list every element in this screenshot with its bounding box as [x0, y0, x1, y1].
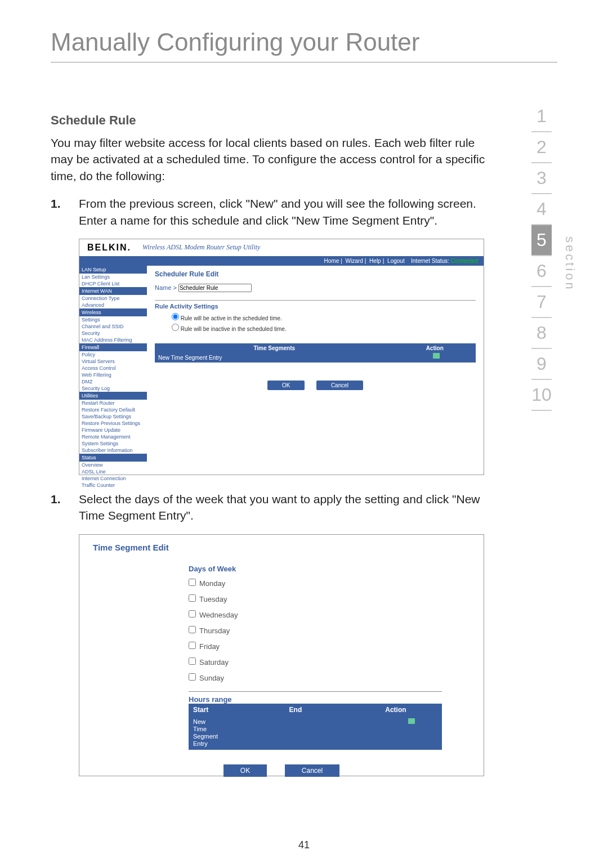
cancel-button[interactable]: Cancel [285, 764, 339, 777]
nav-logout[interactable]: Logout [387, 258, 405, 264]
intro-paragraph: You may filter website access for local … [51, 135, 490, 184]
utility-title: Wireless ADSL Modem Router Setup Utility [142, 243, 260, 252]
sidebar-item[interactable]: Advanced [79, 302, 147, 308]
sidebar-item[interactable]: Firmware Update [79, 427, 147, 433]
edit-icon[interactable] [433, 353, 440, 359]
section-1[interactable]: 1 [531, 101, 552, 132]
day-label: Saturday [199, 658, 229, 666]
section-8[interactable]: 8 [531, 318, 552, 349]
section-6[interactable]: 6 [531, 256, 552, 287]
new-time-segment-entry-link[interactable]: New Time Segment Entry [189, 716, 285, 750]
sidebar-header: Firewall [79, 343, 147, 351]
nav-home[interactable]: Home [324, 258, 339, 264]
step-2: Select the days of the week that you wan… [51, 491, 490, 524]
section-2[interactable]: 2 [531, 132, 552, 163]
section-4[interactable]: 4 [531, 194, 552, 225]
sidebar-item[interactable]: Virtual Servers [79, 358, 147, 365]
col-end: End [285, 704, 381, 716]
internet-status-value: Connected [451, 258, 478, 264]
sidebar: LAN SetupLan SettingsDHCP Client ListInt… [79, 266, 147, 489]
new-time-segment-entry-link[interactable]: New Time Segment Entry [155, 353, 397, 363]
col-start: Start [189, 704, 285, 716]
sidebar-item[interactable]: Remote Management [79, 433, 147, 440]
scheduler-rule-edit-title: Scheduler Rule Edit [155, 270, 476, 278]
sidebar-item[interactable]: DHCP Client List [79, 280, 147, 287]
section-3[interactable]: 3 [531, 163, 552, 194]
radio-active[interactable] [172, 313, 179, 320]
sidebar-header: Status [79, 454, 147, 462]
section-label: section [562, 236, 577, 292]
ok-button[interactable]: OK [223, 764, 267, 777]
radio-inactive-label: Rule will be inactive in the scheduled t… [181, 326, 287, 332]
day-checkbox[interactable] [189, 610, 196, 618]
section-10[interactable]: 10 [531, 380, 552, 411]
name-input[interactable] [178, 284, 252, 292]
page-title: Manually Configuring your Router [51, 28, 557, 62]
radio-active-label: Rule will be active in the scheduled tim… [181, 315, 282, 321]
day-checkbox[interactable] [189, 594, 196, 602]
section-7[interactable]: 7 [531, 287, 552, 318]
day-checkbox[interactable] [189, 657, 196, 665]
section-5[interactable]: 5 [531, 225, 552, 256]
sidebar-item[interactable]: Web Filtering [79, 372, 147, 378]
sidebar-header: Internet WAN [79, 287, 147, 295]
col-action: Action [381, 704, 442, 716]
day-label: Friday [199, 642, 220, 651]
step-1: From the previous screen, click "New" an… [51, 195, 490, 229]
sidebar-item[interactable]: Subscriber Information [79, 447, 147, 454]
internet-status-label: Internet Status: [411, 258, 449, 264]
day-label: Sunday [199, 674, 224, 682]
rule-activity-settings-title: Rule Activity Settings [155, 300, 476, 310]
sidebar-item[interactable]: Access Control [79, 365, 147, 372]
sidebar-item[interactable]: Internet Connection [79, 475, 147, 482]
screenshot-scheduler-rule-edit: BELKIN. Wireless ADSL Modem Router Setup… [79, 239, 484, 475]
page-number: 41 [298, 839, 310, 851]
day-checkbox[interactable] [189, 642, 196, 649]
sidebar-item[interactable]: Security Log [79, 385, 147, 392]
sidebar-item[interactable]: Policy [79, 351, 147, 358]
belkin-logo: BELKIN. [87, 243, 131, 253]
day-label: Tuesday [199, 595, 227, 603]
sidebar-item[interactable]: Save/Backup Settings [79, 413, 147, 420]
top-nav: Home| Wizard| Help| Logout Internet Stat… [79, 256, 484, 266]
day-label: Monday [199, 579, 225, 588]
sidebar-item[interactable]: Channel and SSID [79, 323, 147, 330]
sidebar-item[interactable]: ADSL Line [79, 468, 147, 475]
nav-wizard[interactable]: Wizard [346, 258, 363, 264]
sidebar-item[interactable]: Restore Factory Default [79, 406, 147, 413]
col-time-segments: Time Segments [155, 343, 394, 353]
col-action: Action [394, 343, 476, 353]
sidebar-item[interactable]: Restart Router [79, 400, 147, 406]
sidebar-item[interactable]: DMZ [79, 378, 147, 385]
sidebar-item[interactable]: Settings [79, 316, 147, 323]
day-label: Thursday [199, 627, 230, 635]
day-checkbox[interactable] [189, 579, 196, 586]
nav-help[interactable]: Help [369, 258, 381, 264]
ok-button[interactable]: OK [267, 381, 305, 390]
hours-range-label: Hours range [189, 691, 442, 704]
time-segment-edit-title: Time Segment Edit [93, 543, 470, 552]
days-of-week-label: Days of Week [189, 565, 470, 573]
edit-icon[interactable] [408, 718, 415, 724]
name-label: Name > [155, 284, 177, 291]
sidebar-item[interactable]: Connection Type [79, 295, 147, 302]
day-checkbox[interactable] [189, 626, 196, 633]
screenshot-time-segment-edit: Time Segment Edit Days of Week MondayTue… [79, 534, 484, 776]
sidebar-item[interactable]: Traffic Counter [79, 482, 147, 489]
sidebar-item[interactable]: MAC Address Filtering [79, 337, 147, 343]
section-9[interactable]: 9 [531, 349, 552, 380]
sidebar-header: Wireless [79, 308, 147, 316]
sidebar-item[interactable]: Security [79, 330, 147, 337]
sidebar-item[interactable]: System Settings [79, 440, 147, 447]
section-nav: 1 2 3 4 5 6 7 8 9 10 [531, 101, 552, 411]
cancel-button[interactable]: Cancel [316, 381, 363, 390]
radio-inactive[interactable] [172, 324, 179, 331]
sidebar-item[interactable]: Lan Settings [79, 274, 147, 280]
sidebar-item[interactable]: Restore Previous Settings [79, 420, 147, 427]
sidebar-header: Utilities [79, 392, 147, 400]
sidebar-header: LAN Setup [79, 266, 147, 274]
day-label: Wednesday [199, 611, 238, 619]
schedule-rule-heading: Schedule Rule [51, 113, 490, 128]
day-checkbox[interactable] [189, 673, 196, 681]
sidebar-item[interactable]: Overview [79, 462, 147, 468]
